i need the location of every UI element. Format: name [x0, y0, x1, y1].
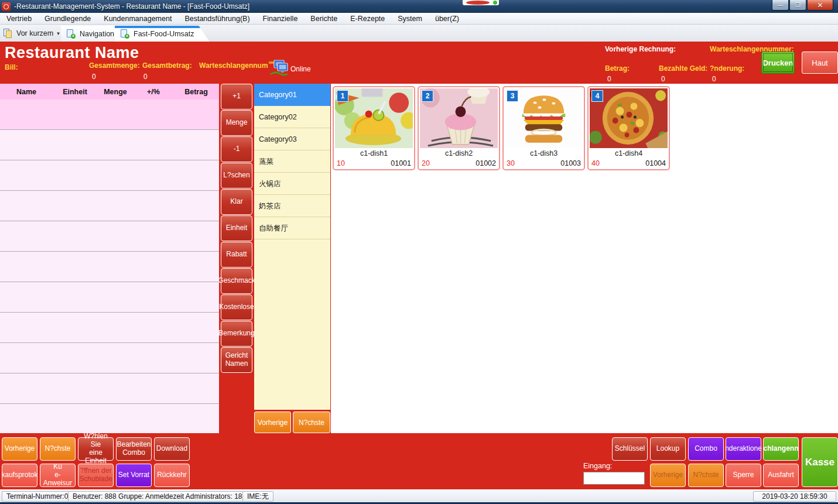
- dish-card-1[interactable]: 1 c1-dish1 10 01001: [333, 86, 415, 170]
- dish-card-3[interactable]: 3 c1-dish3 30 01003: [502, 86, 585, 170]
- dish-card-4[interactable]: 4 c1-dish4 4: [587, 86, 670, 170]
- warteschlange-button[interactable]: chlangenn: [763, 437, 799, 461]
- bill-label: Bill:: [5, 63, 18, 71]
- dish-name: c1-dish2: [419, 148, 499, 159]
- category-item[interactable]: 奶茶店: [254, 195, 330, 217]
- sperre-button[interactable]: Sperre: [726, 464, 761, 487]
- title-bar: -Restaurant-Management-System - Restaura…: [0, 0, 838, 13]
- window-title: -Restaurant-Management-System - Restaura…: [14, 2, 249, 11]
- table-row[interactable]: [0, 343, 219, 373]
- menu-berichte[interactable]: Berichte: [304, 13, 344, 25]
- recent-dropdown[interactable]: Vor kurzem ▾: [4, 27, 60, 40]
- dish-code: 01002: [476, 159, 496, 169]
- gesamtbetrag-label: Gesamtbetrag:: [142, 61, 192, 70]
- kasse-button[interactable]: Kasse: [802, 437, 838, 487]
- klar-button[interactable]: Klar: [221, 189, 252, 215]
- schublade-oeffnen-button[interactable]: ?ffnen der Schublade: [78, 464, 114, 487]
- menu-e-rezepte[interactable]: E-Rezepte: [344, 13, 391, 25]
- window-controls: — ❐ ✕: [771, 0, 833, 11]
- menu-bestandsfuehrung[interactable]: Bestandsführung(B): [178, 13, 256, 25]
- table-row[interactable]: [0, 252, 219, 282]
- einheit-button[interactable]: Einheit: [221, 215, 252, 241]
- gesamtmenge-label: Gesamtmenge:: [89, 61, 140, 70]
- eingang-label: Eingang:: [583, 462, 612, 470]
- dish-code: 01004: [645, 159, 666, 169]
- kaufsprotokoll-button[interactable]: kaufsprotok: [2, 464, 37, 487]
- menge-button[interactable]: Menge: [221, 110, 252, 136]
- gericht-namen-button[interactable]: Gericht Namen: [221, 347, 252, 373]
- kostenlose-button[interactable]: Kostenlose: [221, 294, 252, 320]
- col-betrag: Betrag: [173, 88, 219, 96]
- prev-invoice-label: Vorherige Rechnung:: [605, 45, 676, 53]
- sonderaktionen-button[interactable]: nderaktione: [726, 437, 761, 461]
- loeschen-button[interactable]: L?schen: [221, 163, 252, 188]
- haut-button[interactable]: Haut: [802, 52, 838, 74]
- category-item[interactable]: 蒸菜: [254, 150, 330, 173]
- drucken-button[interactable]: Drucken: [761, 52, 795, 74]
- dish-code: 01003: [560, 159, 581, 169]
- combo-button[interactable]: Combo: [688, 437, 724, 461]
- chevron-down-icon: ▾: [57, 30, 60, 36]
- dish-number-badge: 3: [507, 90, 518, 102]
- set-vorrat-button[interactable]: Set Vorrat: [116, 464, 152, 487]
- rueckkehr-button[interactable]: Rückkehr: [154, 464, 190, 487]
- kueche-anweisung-button[interactable]: Kü e-Anweisur: [40, 464, 76, 487]
- plus-one-button[interactable]: +1: [221, 84, 252, 109]
- naechste-button-right[interactable]: N?chste: [688, 464, 724, 487]
- category-item[interactable]: Category02: [254, 106, 330, 128]
- table-row[interactable]: [0, 130, 219, 160]
- menu-system[interactable]: System: [391, 13, 429, 25]
- menu-vertrieb[interactable]: Vertrieb: [0, 13, 38, 25]
- schluessel-button[interactable]: Schlüssel: [612, 437, 648, 461]
- menu-finanzielle[interactable]: Finanzielle: [256, 13, 305, 25]
- category-item[interactable]: Category01: [254, 84, 330, 106]
- bemerkung-button[interactable]: Bemerkung: [221, 321, 252, 347]
- minus-one-button[interactable]: -1: [221, 136, 252, 162]
- table-row[interactable]: [0, 100, 219, 130]
- category-next-button[interactable]: N?chste: [293, 412, 330, 433]
- download-button[interactable]: Download: [154, 437, 190, 461]
- page-plus-icon: +: [121, 29, 129, 39]
- eingang-input[interactable]: [583, 472, 645, 485]
- geschmack-button[interactable]: Geschmack: [221, 268, 252, 294]
- dish-price: 10: [337, 159, 345, 169]
- restore-button[interactable]: ❐: [789, 0, 806, 11]
- aenderung-value: 0: [712, 75, 716, 83]
- category-pager: Vorherige N?chste: [254, 412, 330, 433]
- online-network-icon: [268, 57, 289, 78]
- bearbeiten-combo-button[interactable]: Bearbeiten Combo: [116, 437, 152, 461]
- category-item[interactable]: 火锅店: [254, 173, 330, 195]
- category-item[interactable]: Category03: [254, 128, 330, 150]
- table-row[interactable]: [0, 160, 219, 191]
- table-row[interactable]: [0, 313, 219, 343]
- rabatt-button[interactable]: Rabatt: [221, 242, 252, 268]
- table-row[interactable]: [0, 221, 219, 252]
- tab-fast-food-umsatz[interactable]: + Fast-Food-Umsatz: [115, 26, 210, 42]
- dish-card-2[interactable]: 2 c1-dish2 20: [418, 86, 500, 170]
- ausfahrt-button[interactable]: Ausfahrt: [763, 464, 799, 487]
- lookup-button[interactable]: Lookup: [650, 437, 686, 461]
- gesamtbetrag-value: 0: [143, 73, 148, 81]
- table-row[interactable]: [0, 373, 219, 404]
- vorherige-button[interactable]: Vorherige: [2, 437, 37, 461]
- tab-label: Fast-Food-Umsatz: [134, 30, 194, 38]
- close-button[interactable]: ✕: [807, 0, 833, 11]
- category-prev-button[interactable]: Vorherige: [254, 412, 291, 433]
- menu-ueber[interactable]: über(Z): [429, 13, 466, 25]
- col-percent: +/%: [134, 88, 173, 96]
- gesamtmenge-value: 0: [92, 73, 96, 81]
- vorherige-button-right[interactable]: Vorherige: [650, 464, 686, 487]
- copy-pages-icon: [4, 29, 13, 38]
- waehlen-einheit-button[interactable]: W?hlen Sie eine Einheit: [78, 437, 114, 461]
- user-session-info: Benutzer: 888 Gruppe: Anmeldezeit Admini…: [68, 491, 266, 502]
- menu-kundenmanagement[interactable]: Kundenmanagement: [97, 13, 178, 25]
- dish-number-badge: 4: [591, 90, 603, 102]
- table-row[interactable]: [0, 404, 219, 433]
- menu-grundlegende[interactable]: Grundlegende: [38, 13, 97, 25]
- table-row[interactable]: [0, 282, 219, 313]
- table-row[interactable]: [0, 191, 219, 221]
- minimize-button[interactable]: —: [772, 0, 789, 11]
- status-bar: Terminal-Nummer:01 Benutzer: 888 Gruppe:…: [0, 489, 838, 502]
- naechste-button[interactable]: N?chste: [40, 437, 76, 461]
- category-item[interactable]: 自助餐厅: [254, 217, 330, 239]
